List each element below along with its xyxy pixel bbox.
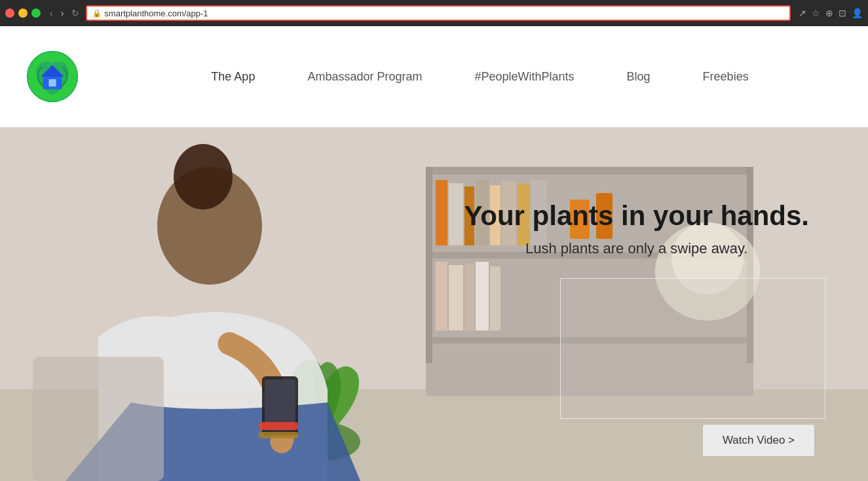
browser-actions: ↗ ☆ ⊕ ⊡ 👤 [799,8,863,18]
nav-item-the-app[interactable]: The App [211,70,255,84]
svg-rect-3 [48,79,56,86]
browser-nav: ‹ › ↻ [47,7,82,20]
svg-rect-35 [259,422,298,430]
forward-button[interactable]: › [58,7,67,20]
address-bar[interactable]: 🔒 smartplanthome.com/app-1 [86,5,791,21]
nav-item-ambassador[interactable]: Ambassador Program [307,70,422,84]
svg-rect-8 [426,167,753,175]
svg-rect-11 [426,167,432,363]
reload-button[interactable]: ↻ [69,7,82,20]
close-button[interactable] [5,9,14,18]
window-icon[interactable]: ⊡ [839,8,846,18]
nav-item-people-with-plants[interactable]: #PeopleWithPlants [474,70,574,84]
svg-rect-23 [436,262,447,330]
watch-video-button[interactable]: Watch Video > [703,425,814,456]
svg-rect-26 [476,262,489,330]
hero-section: Your plants in your hands. Lush plants a… [0,128,868,481]
back-button[interactable]: ‹ [47,7,56,20]
nav-item-freebies[interactable]: Freebies [703,70,749,84]
video-placeholder [560,278,825,419]
share-icon[interactable]: ↗ [799,8,806,18]
nav-item-blog[interactable]: Blog [627,70,651,84]
site-nav: The App Ambassador Program #PeopleWithPl… [118,70,842,84]
site-logo [26,50,79,103]
minimize-button[interactable] [18,9,28,18]
lock-icon: 🔒 [92,9,102,18]
svg-rect-27 [490,266,500,330]
svg-rect-13 [436,180,447,245]
svg-rect-14 [449,183,463,245]
svg-rect-24 [449,265,463,330]
logo-container[interactable] [26,50,79,103]
browser-chrome: ‹ › ↻ 🔒 smartplanthome.com/app-1 ↗ ☆ ⊕ ⊡… [0,0,868,26]
site-header: The App Ambassador Program #PeopleWithPl… [0,26,868,128]
hero-text-container: Your plants in your hands. Lush plants a… [464,200,809,257]
svg-rect-25 [464,264,474,330]
bookmark-icon[interactable]: ☆ [812,8,820,18]
profile-icon[interactable]: 👤 [852,8,863,18]
maximize-button[interactable] [31,9,41,18]
hero-subline: Lush plants are only a swipe away. [464,240,809,257]
svg-rect-36 [259,432,298,438]
hero-headline: Your plants in your hands. [464,200,809,232]
svg-rect-37 [33,357,164,481]
extensions-icon[interactable]: ⊕ [825,8,833,18]
svg-point-32 [174,144,233,209]
url-text: smartplanthome.com/app-1 [104,9,208,18]
